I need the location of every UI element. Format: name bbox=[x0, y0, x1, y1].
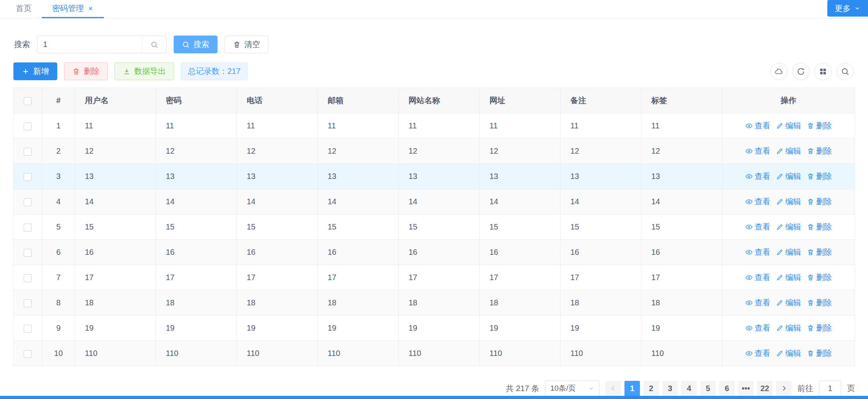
pager-page[interactable]: 5 bbox=[700, 381, 716, 396]
row-cell: 15 bbox=[561, 215, 641, 240]
next-page-button[interactable] bbox=[776, 381, 791, 396]
row-checkbox[interactable] bbox=[24, 224, 32, 231]
view-link[interactable]: 查看 bbox=[745, 222, 771, 232]
view-link[interactable]: 查看 bbox=[745, 297, 771, 308]
view-link[interactable]: 查看 bbox=[745, 171, 771, 182]
view-link[interactable]: 查看 bbox=[745, 196, 771, 207]
grid-button[interactable] bbox=[814, 63, 832, 80]
pager-ellipsis[interactable]: ••• bbox=[738, 381, 754, 396]
delete-link[interactable]: 删除 bbox=[807, 171, 832, 182]
pager-page[interactable]: 2 bbox=[643, 381, 659, 396]
delete-link[interactable]: 删除 bbox=[807, 297, 832, 308]
eye-icon bbox=[745, 274, 753, 281]
edit-link[interactable]: 编辑 bbox=[776, 171, 801, 182]
close-icon[interactable] bbox=[88, 6, 94, 11]
row-cell: 19 bbox=[561, 316, 641, 341]
view-link[interactable]: 查看 bbox=[745, 146, 771, 156]
clear-button[interactable]: 清空 bbox=[225, 36, 268, 53]
edit-link[interactable]: 编辑 bbox=[776, 196, 801, 207]
table-row: 21212121212121212查看编辑删除 bbox=[13, 139, 855, 164]
row-checkbox[interactable] bbox=[24, 173, 32, 181]
row-cell: 13 bbox=[399, 164, 480, 189]
delete-link[interactable]: 删除 bbox=[807, 247, 832, 258]
edit-link[interactable]: 编辑 bbox=[776, 146, 801, 156]
delete-link[interactable]: 删除 bbox=[807, 146, 832, 156]
view-link[interactable]: 查看 bbox=[745, 348, 771, 359]
view-link[interactable]: 查看 bbox=[745, 323, 771, 333]
eye-icon bbox=[745, 350, 753, 357]
tab-bar: 首页 密码管理 更多 bbox=[0, 0, 868, 19]
pencil-icon bbox=[776, 350, 784, 357]
row-checkbox[interactable] bbox=[24, 299, 32, 307]
goto-page-input[interactable] bbox=[819, 380, 841, 396]
pager-page[interactable]: 1 bbox=[624, 381, 640, 396]
pager-page[interactable]: 22 bbox=[757, 381, 772, 396]
row-cell: 15 bbox=[75, 215, 156, 240]
row-cell: 110 bbox=[399, 341, 480, 366]
row-checkbox[interactable] bbox=[24, 249, 32, 257]
tab-home[interactable]: 首页 bbox=[6, 0, 42, 18]
delete-link[interactable]: 删除 bbox=[807, 120, 832, 131]
refresh-button[interactable] bbox=[792, 63, 810, 80]
column-header: 密码 bbox=[156, 88, 237, 113]
delete-link[interactable]: 删除 bbox=[807, 222, 832, 232]
row-cell: 16 bbox=[641, 240, 722, 265]
edit-link[interactable]: 编辑 bbox=[776, 120, 801, 131]
row-checkbox-cell bbox=[13, 189, 42, 215]
view-link[interactable]: 查看 bbox=[745, 247, 771, 258]
export-button[interactable]: 数据导出 bbox=[114, 62, 174, 80]
search-input[interactable] bbox=[37, 36, 142, 53]
view-link[interactable]: 查看 bbox=[745, 120, 771, 131]
row-index: 4 bbox=[42, 189, 75, 215]
more-button-label: 更多 bbox=[835, 3, 851, 14]
edit-link[interactable]: 编辑 bbox=[776, 247, 801, 258]
row-checkbox-cell bbox=[13, 290, 42, 316]
delete-button[interactable]: 删除 bbox=[64, 62, 108, 80]
row-index: 5 bbox=[42, 215, 75, 240]
row-cell: 17 bbox=[156, 265, 237, 290]
row-checkbox[interactable] bbox=[24, 148, 32, 156]
row-checkbox[interactable] bbox=[24, 198, 32, 206]
view-link[interactable]: 查看 bbox=[745, 272, 771, 283]
pencil-icon bbox=[776, 198, 784, 205]
table-row: 71717171717171717查看编辑删除 bbox=[13, 265, 855, 290]
pager-page[interactable]: 4 bbox=[681, 381, 697, 396]
cloud-button[interactable] bbox=[770, 63, 787, 80]
download-icon bbox=[123, 68, 131, 75]
search-toggle-button[interactable] bbox=[836, 63, 854, 80]
tab-password-management[interactable]: 密码管理 bbox=[42, 0, 104, 18]
edit-link[interactable]: 编辑 bbox=[776, 323, 801, 333]
row-actions: 查看编辑删除 bbox=[722, 164, 855, 189]
select-all-checkbox[interactable] bbox=[24, 97, 32, 105]
delete-link[interactable]: 删除 bbox=[807, 323, 832, 333]
page-size-select[interactable]: 10条/页 bbox=[545, 380, 600, 396]
delete-link[interactable]: 删除 bbox=[807, 196, 832, 207]
column-header: 邮箱 bbox=[318, 88, 399, 113]
row-checkbox[interactable] bbox=[24, 122, 32, 130]
edit-link[interactable]: 编辑 bbox=[776, 348, 801, 359]
row-cell: 13 bbox=[641, 164, 722, 189]
edit-link[interactable]: 编辑 bbox=[776, 297, 801, 308]
row-checkbox[interactable] bbox=[24, 325, 32, 333]
add-button[interactable]: 新增 bbox=[13, 62, 57, 80]
trash-icon bbox=[807, 122, 814, 130]
row-checkbox[interactable] bbox=[24, 350, 32, 358]
row-cell: 11 bbox=[156, 113, 237, 139]
row-cell: 19 bbox=[318, 316, 399, 341]
row-cell: 18 bbox=[75, 290, 156, 316]
edit-link[interactable]: 编辑 bbox=[776, 222, 801, 232]
search-button-label: 搜索 bbox=[193, 39, 209, 50]
more-button[interactable]: 更多 bbox=[827, 0, 868, 17]
row-index: 6 bbox=[42, 240, 75, 265]
search-button[interactable]: 搜索 bbox=[174, 36, 217, 53]
delete-link[interactable]: 删除 bbox=[807, 348, 832, 359]
table-row: 41414141414141414查看编辑删除 bbox=[13, 189, 855, 215]
row-checkbox-cell bbox=[13, 240, 42, 265]
pager-page[interactable]: 6 bbox=[719, 381, 735, 396]
search-suffix-icon[interactable] bbox=[142, 36, 166, 53]
prev-page-button[interactable] bbox=[606, 381, 621, 396]
pager-page[interactable]: 3 bbox=[662, 381, 678, 396]
row-checkbox[interactable] bbox=[24, 274, 32, 282]
edit-link[interactable]: 编辑 bbox=[776, 272, 801, 283]
delete-link[interactable]: 删除 bbox=[807, 272, 832, 283]
